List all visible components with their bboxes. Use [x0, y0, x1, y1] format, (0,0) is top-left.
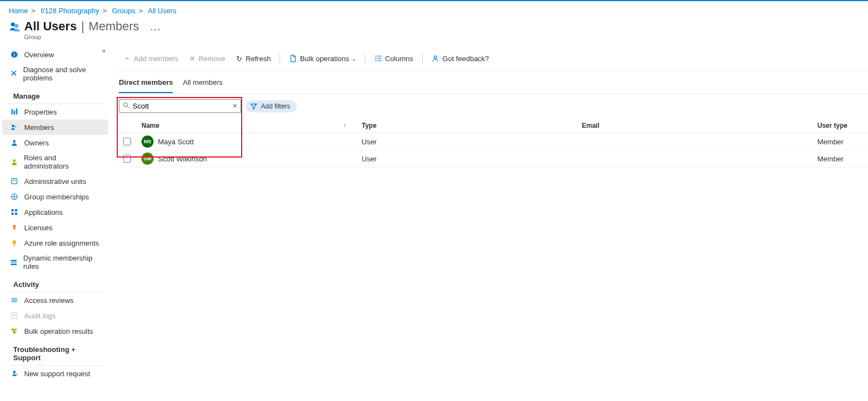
breadcrumb-link-current[interactable]: All Users — [148, 7, 177, 15]
svg-point-16 — [13, 196, 15, 198]
sidebar-item-owners[interactable]: Owners — [2, 135, 108, 150]
remove-button[interactable]: ✕ Remove — [185, 52, 230, 65]
sidebar-item-label: Overview — [24, 51, 54, 59]
licenses-icon — [10, 223, 19, 232]
sidebar-item-applications[interactable]: Applications — [2, 204, 108, 220]
svg-point-35 — [13, 331, 16, 334]
sidebar-item-label: Licenses — [24, 224, 52, 232]
svg-point-33 — [12, 328, 14, 331]
sidebar-item-new-support-request[interactable]: New support request — [2, 366, 108, 381]
sidebar-item-roles-and-administrators[interactable]: Roles and administrators — [2, 150, 108, 174]
refresh-icon: ↻ — [236, 55, 242, 63]
table-header-email[interactable]: Email — [577, 118, 813, 133]
sidebar-section-header: Troubleshooting + Support — [6, 341, 105, 366]
sidebar-section-header: Manage — [6, 88, 105, 104]
row-checkbox[interactable] — [123, 155, 131, 162]
page-header: All Users | Members ... Group — [0, 18, 868, 47]
sidebar-item-label: Administrative units — [24, 177, 86, 186]
filter-row: ✕ Add filters — [117, 94, 868, 118]
collapse-sidebar-button[interactable]: « — [102, 47, 106, 55]
member-usertype: Member — [813, 150, 868, 167]
member-name: Scott Wilkinson — [158, 155, 207, 163]
search-box[interactable]: ✕ — [119, 99, 241, 113]
sidebar-item-label: Dynamic membership rules — [23, 254, 100, 270]
svg-point-21 — [13, 225, 16, 227]
sidebar-item-access-reviews[interactable]: Access reviews — [2, 292, 108, 308]
row-checkbox[interactable] — [123, 138, 131, 145]
svg-rect-44 — [377, 61, 381, 61]
svg-rect-41 — [375, 58, 377, 58]
breadcrumb-link-home[interactable]: Home — [9, 7, 28, 15]
sidebar-item-members[interactable]: Members — [2, 120, 108, 135]
page-title-section: Members — [89, 19, 139, 34]
chevron-down-icon: ⌄ — [352, 56, 356, 62]
svg-rect-5 — [12, 109, 13, 114]
x-icon: ✕ — [189, 55, 195, 63]
sidebar-item-administrative-units[interactable]: Administrative units — [2, 174, 108, 189]
table-row[interactable]: SWScott WilkinsonUserMember — [117, 150, 868, 167]
add-filters-button[interactable]: Add filters — [245, 100, 297, 112]
feedback-icon — [432, 55, 439, 62]
sidebar-section-header: Activity — [6, 276, 105, 292]
support-icon — [10, 369, 19, 378]
svg-rect-23 — [14, 243, 14, 246]
table-header-name[interactable]: Name ↑ — [137, 118, 357, 133]
dynamic-icon — [10, 258, 18, 267]
tab-direct-members[interactable]: Direct members — [119, 76, 173, 93]
more-actions-button[interactable]: ... — [150, 20, 161, 33]
svg-line-47 — [127, 106, 129, 109]
sidebar-item-label: Diagnose and solve problems — [23, 66, 100, 82]
add-members-button[interactable]: ＋ Add members — [119, 51, 183, 66]
sidebar-item-group-memberships[interactable]: Group memberships — [2, 189, 108, 204]
owners-icon — [10, 138, 19, 147]
sidebar-item-licenses[interactable]: Licenses — [2, 220, 108, 235]
columns-button[interactable]: Columns — [370, 52, 418, 65]
bulkres-icon — [10, 327, 19, 335]
breadcrumb-link-org[interactable]: f/128 Photography — [41, 7, 99, 15]
svg-rect-4 — [14, 53, 14, 53]
breadcrumb-link-groups[interactable]: Groups — [112, 7, 135, 15]
svg-rect-24 — [11, 260, 17, 261]
breadcrumb: Home> f/128 Photography> Groups> All Use… — [0, 1, 868, 18]
apps-icon — [10, 208, 19, 216]
bulk-ops-button[interactable]: Bulk operations ⌄ — [285, 52, 361, 65]
sort-icon: ↑ — [343, 122, 347, 128]
refresh-button[interactable]: ↻ Refresh — [232, 52, 275, 65]
clear-search-button[interactable]: ✕ — [232, 102, 237, 110]
svg-point-36 — [13, 371, 16, 373]
svg-rect-19 — [12, 213, 14, 215]
svg-rect-17 — [12, 209, 14, 212]
avatar: MS — [141, 136, 154, 148]
members-icon — [10, 123, 19, 132]
tab-all-members[interactable]: All members — [183, 76, 222, 93]
sidebar-item-diagnose-and-solve-problems[interactable]: Diagnose and solve problems — [2, 62, 108, 85]
sidebar-item-dynamic-membership-rules[interactable]: Dynamic membership rules — [2, 251, 108, 274]
sidebar-item-label: Applications — [24, 208, 63, 216]
toolbar: ＋ Add members ✕ Remove ↻ Refresh Bulk op… — [117, 47, 868, 71]
svg-rect-38 — [17, 373, 17, 376]
svg-rect-29 — [12, 301, 18, 302]
svg-rect-40 — [377, 56, 381, 56]
sidebar-item-azure-role-assignments[interactable]: Azure role assignments — [2, 235, 108, 251]
svg-point-10 — [13, 140, 16, 143]
search-input[interactable] — [132, 101, 232, 111]
svg-point-11 — [13, 159, 15, 162]
sidebar-item-label: Access reviews — [24, 296, 74, 305]
svg-rect-43 — [375, 61, 377, 61]
group-icon — [9, 20, 21, 32]
feedback-button[interactable]: Got feedback? — [427, 52, 494, 65]
sidebar-item-properties[interactable]: Properties — [2, 104, 108, 120]
member-type: User — [357, 150, 577, 167]
sidebar-item-overview[interactable]: Overview — [2, 47, 108, 62]
sidebar-item-label: Members — [24, 123, 54, 132]
table-header-usertype[interactable]: User type — [813, 118, 868, 133]
plus-icon: ＋ — [123, 53, 130, 63]
sidebar-item-label: Azure role assignments — [24, 239, 99, 247]
members-table: Name ↑ Type Email User type MSMaya Scott… — [117, 118, 868, 167]
sidebar-item-label: Bulk operation results — [24, 327, 93, 335]
member-email — [577, 133, 813, 150]
table-row[interactable]: MSMaya ScottUserMember — [117, 133, 868, 150]
svg-rect-28 — [12, 300, 18, 300]
table-header-type[interactable]: Type — [357, 118, 577, 133]
sidebar-item-bulk-operation-results[interactable]: Bulk operation results — [2, 323, 108, 339]
